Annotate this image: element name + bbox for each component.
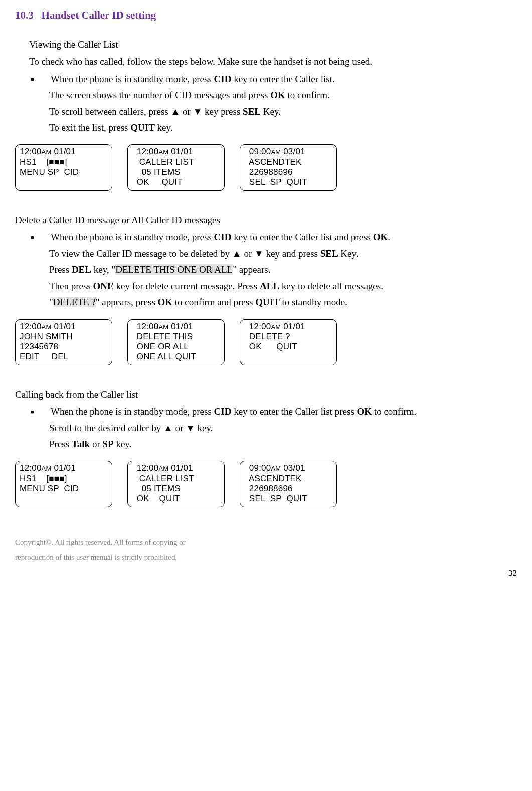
lcd-screen: 12:00AM 01/01 HS1 [■■■] MENU SP CID <box>15 461 112 507</box>
sub1-heading: Viewing the Caller List <box>29 38 517 52</box>
sub1-intro: To check who has called, follow the step… <box>29 55 517 69</box>
lcd-screen: 12:00AM 01/01 DELETE THIS ONE OR ALL ONE… <box>127 319 225 365</box>
bullet-square-icon: ■ <box>29 72 51 87</box>
lcd-screen: 12:00AM 01/01 CALLER LIST 05 ITEMS OK QU… <box>127 144 225 191</box>
sub3-b1: When the phone is in standby mode, press… <box>51 405 517 419</box>
section-number: 10.3 <box>15 9 34 21</box>
screens-row-1: 12:00AM 01/01 HS1 [■■■] MENU SP CID 12:0… <box>15 144 517 191</box>
bullet-square-icon: ■ <box>29 230 51 245</box>
sub1-b1: When the phone is in standby mode, press… <box>51 72 517 87</box>
lcd-screen: 12:00AM 01/01 HS1 [■■■] MENU SP CID <box>15 144 112 191</box>
sub3-l3: Press Talk or SP key. <box>49 437 517 452</box>
sub2-l5: "DELETE ?" appears, press OK to confirm … <box>49 295 517 310</box>
bullet-square-icon: ■ <box>29 405 51 419</box>
section-heading: 10.3 Handset Caller ID setting <box>15 8 517 24</box>
lcd-screen: 12:00AM 01/01 JOHN SMITH 12345678 EDIT D… <box>15 319 112 365</box>
lcd-screen: 12:00AM 01/01 CALLER LIST 05 ITEMS OK QU… <box>127 461 225 507</box>
screens-row-2: 12:00AM 01/01 JOHN SMITH 12345678 EDIT D… <box>15 319 517 365</box>
sub1-l2: The screen shows the number of CID messa… <box>49 88 517 103</box>
lcd-screen: 12:00AM 01/01 DELETE ? OK QUIT <box>240 319 337 365</box>
sub2-l2: To view the Caller ID message to be dele… <box>49 247 517 261</box>
sub3-bullet: ■ When the phone is in standby mode, pre… <box>29 405 517 419</box>
sub2-l3: Press DEL key, "DELETE THIS ONE OR ALL" … <box>49 263 517 277</box>
sub2-bullet: ■ When the phone is in standby mode, pre… <box>29 230 517 245</box>
sub3-heading: Calling back from the Caller list <box>15 388 517 402</box>
sub1-bullet: ■ When the phone is in standby mode, pre… <box>29 72 517 87</box>
sub2-b1: When the phone is in standby mode, press… <box>51 230 517 245</box>
sub2-l4: Then press ONE key for delete current me… <box>49 279 517 294</box>
sub1-l3: To scroll between callers, press ▲ or ▼ … <box>49 105 517 119</box>
lcd-screen: 09:00AM 03/01 ASCENDTEK 226988696 SEL SP… <box>240 461 337 507</box>
sub2-heading: Delete a Caller ID message or All Caller… <box>15 213 517 228</box>
page-number: 32 <box>15 567 517 580</box>
sub1-l4: To exit the list, press QUIT key. <box>49 121 517 135</box>
screens-row-3: 12:00AM 01/01 HS1 [■■■] MENU SP CID 12:0… <box>15 461 517 507</box>
footer-line1: Copyright©. All rights reserved. All for… <box>15 535 517 550</box>
lcd-screen: 09:00AM 03/01 ASCENDTEK 226988696 SEL SP… <box>240 144 337 191</box>
footer-copyright: Copyright©. All rights reserved. All for… <box>15 535 517 565</box>
section-title-text: Handset Caller ID setting <box>42 9 156 21</box>
sub3-l2: Scroll to the desired caller by ▲ or ▼ k… <box>49 421 517 436</box>
footer-line2: reproduction of this user manual is stri… <box>15 550 517 565</box>
